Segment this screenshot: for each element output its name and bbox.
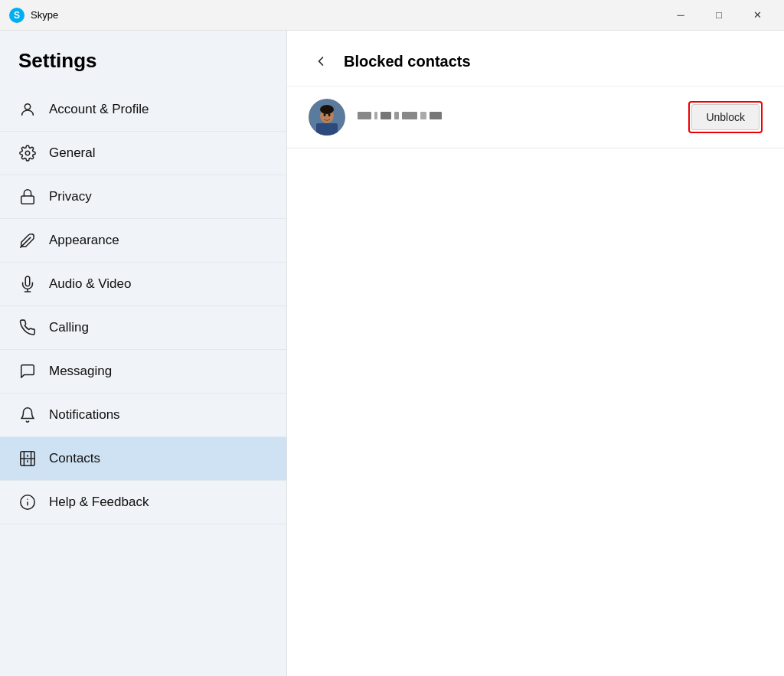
sidebar-item-general-label: General	[49, 145, 95, 161]
sidebar-item-account[interactable]: Account & Profile	[0, 88, 286, 132]
lock-icon	[18, 188, 37, 206]
phone-icon	[18, 318, 37, 337]
app-title: Skype	[31, 9, 58, 21]
chat-icon	[18, 362, 37, 380]
settings-sidebar: Settings Account & Profile General Priva…	[0, 31, 287, 676]
bell-icon	[18, 406, 37, 424]
page-title: Blocked contacts	[344, 53, 471, 70]
sidebar-item-contacts-label: Contacts	[49, 451, 100, 466]
svg-rect-25	[430, 112, 442, 119]
settings-heading: Settings	[0, 49, 286, 88]
sidebar-item-calling-label: Calling	[49, 320, 89, 335]
sidebar-item-calling[interactable]: Calling	[0, 306, 286, 350]
sidebar-item-general[interactable]: General	[0, 132, 286, 175]
avatar-image	[309, 99, 345, 136]
svg-rect-2	[21, 196, 34, 204]
paintbrush-icon	[18, 231, 37, 250]
svg-rect-23	[402, 112, 417, 119]
minimize-button[interactable]: ─	[663, 3, 698, 28]
contact-name	[358, 109, 688, 125]
back-button[interactable]	[309, 49, 333, 73]
sidebar-item-appearance[interactable]: Appearance	[0, 219, 286, 263]
main-layout: Settings Account & Profile General Priva…	[0, 31, 784, 676]
back-arrow-icon	[313, 54, 328, 69]
sidebar-item-help-label: Help & Feedback	[49, 495, 149, 510]
titlebar: S Skype ─ □ ✕	[0, 0, 784, 31]
sidebar-item-appearance-label: Appearance	[49, 233, 119, 248]
skype-logo-icon: S	[9, 8, 24, 23]
svg-point-1	[25, 151, 30, 155]
svg-rect-14	[316, 123, 338, 136]
unblock-button[interactable]: Unblock	[691, 104, 760, 130]
svg-rect-21	[381, 112, 391, 119]
sidebar-item-privacy-label: Privacy	[49, 189, 92, 204]
microphone-icon	[18, 275, 37, 293]
unblock-button-wrapper: Unblock	[688, 101, 763, 133]
sidebar-item-audio-video[interactable]: Audio & Video	[0, 263, 286, 306]
sidebar-item-notifications[interactable]: Notifications	[0, 394, 286, 437]
avatar	[309, 99, 345, 136]
sidebar-item-messaging-label: Messaging	[49, 364, 112, 379]
contacts-icon	[18, 449, 37, 468]
person-icon	[18, 100, 37, 119]
titlebar-left: S Skype	[9, 8, 58, 23]
content-header: Blocked contacts	[287, 31, 784, 87]
close-button[interactable]: ✕	[740, 3, 775, 28]
svg-line-3	[21, 237, 31, 247]
table-row: Unblock	[287, 87, 784, 149]
svg-rect-22	[394, 112, 399, 119]
maximize-button[interactable]: □	[701, 3, 737, 28]
svg-rect-20	[374, 112, 377, 119]
sidebar-item-messaging[interactable]: Messaging	[0, 350, 286, 394]
window-controls: ─ □ ✕	[663, 3, 775, 28]
gear-icon	[18, 144, 37, 162]
sidebar-item-contacts[interactable]: Contacts	[0, 437, 286, 481]
sidebar-item-notifications-label: Notifications	[49, 407, 120, 423]
svg-rect-19	[358, 112, 371, 119]
sidebar-item-account-label: Account & Profile	[49, 102, 149, 117]
content-area: Blocked contacts	[287, 31, 784, 676]
svg-point-18	[328, 113, 331, 116]
sidebar-item-audio-video-label: Audio & Video	[49, 276, 131, 292]
svg-point-17	[324, 113, 326, 116]
info-icon	[18, 493, 37, 511]
contact-name-redacted	[358, 109, 472, 122]
blocked-contacts-list: Unblock	[287, 87, 784, 676]
svg-rect-24	[420, 112, 426, 119]
sidebar-item-help[interactable]: Help & Feedback	[0, 481, 286, 524]
svg-point-0	[24, 104, 30, 109]
sidebar-item-privacy[interactable]: Privacy	[0, 175, 286, 219]
svg-point-16	[320, 105, 334, 114]
